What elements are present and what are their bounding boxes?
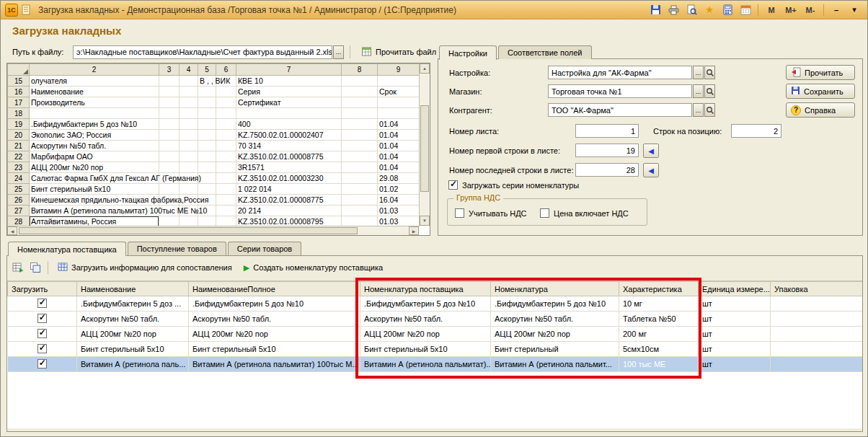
- load-checkbox[interactable]: [37, 329, 47, 338]
- sheet-cell[interactable]: [342, 87, 378, 97]
- sheet-cell[interactable]: [30, 108, 159, 119]
- column-header-fullname[interactable]: НаименованиеПолное: [189, 282, 360, 296]
- vertical-scrollbar[interactable]: ▲ ▼: [419, 63, 430, 226]
- characteristic-cell[interactable]: Таблетка №50: [619, 312, 699, 327]
- scroll-up-icon[interactable]: ▲: [420, 63, 430, 74]
- sheet-cell[interactable]: [216, 97, 236, 108]
- sheet-cell[interactable]: 01.04: [378, 141, 420, 151]
- packaging-cell[interactable]: [771, 312, 863, 327]
- sheet-cell[interactable]: Бинт стерильный 5х10: [30, 184, 159, 195]
- minimize-button[interactable]: –: [828, 3, 845, 17]
- nomenclature-cell[interactable]: АЦЦ 200мг №20 пор: [491, 327, 619, 342]
- sheet-column-header[interactable]: 9: [378, 64, 420, 76]
- rows-per-position-input[interactable]: [731, 124, 781, 138]
- sheet-cell[interactable]: [159, 76, 180, 87]
- fullname-cell[interactable]: АЦЦ 200мг №20 пор: [189, 327, 360, 342]
- sheet-cell[interactable]: Витамин А (ретинола пальмитат) 100тыс МЕ…: [30, 206, 159, 216]
- sheet-cell[interactable]: АЦЦ 200мг №20 пор: [30, 162, 159, 173]
- sheet-cell[interactable]: [342, 141, 378, 151]
- sheet-cell[interactable]: Производитель: [30, 97, 159, 108]
- sheet-cell[interactable]: 29.08: [378, 173, 420, 184]
- sheet-cell[interactable]: Сертификат: [236, 97, 342, 108]
- sheet-cell[interactable]: [198, 162, 216, 173]
- column-header-nomenclature[interactable]: Номенклатура: [491, 282, 619, 296]
- calendar-icon[interactable]: [737, 3, 754, 17]
- packaging-cell[interactable]: [771, 357, 863, 372]
- sheet-cell[interactable]: [378, 108, 420, 119]
- memory-subtract-button[interactable]: M-: [801, 3, 820, 17]
- setting-ellipsis-button[interactable]: ...: [693, 66, 704, 79]
- sheet-cell[interactable]: [216, 141, 236, 151]
- supplier-nomenclature-cell[interactable]: Витамин А (ретинола пальмитат)...: [360, 357, 491, 372]
- fullname-cell[interactable]: Бинт стерильный 5х10: [189, 342, 360, 357]
- column-header-load[interactable]: Загрузить: [8, 282, 77, 296]
- sheet-cell[interactable]: [180, 141, 198, 151]
- sheet-row[interactable]: 25 Бинт стерильный 5х10 1 022 014 01.02: [8, 184, 420, 195]
- sheet-column-header[interactable]: 2: [30, 64, 159, 76]
- column-header-name[interactable]: Наименование: [77, 282, 189, 296]
- sheet-column-header[interactable]: 6: [216, 64, 236, 76]
- sheet-cell[interactable]: [198, 151, 216, 162]
- sheet-cell[interactable]: [342, 108, 378, 119]
- mapping-row[interactable]: .Бифидумбактерин 5 доз ... .Бифидумбакте…: [8, 296, 863, 312]
- sheet-cell[interactable]: [180, 87, 198, 97]
- unit-cell[interactable]: шт: [699, 296, 771, 312]
- sheet-cell[interactable]: Срок: [378, 87, 420, 97]
- sheet-cell[interactable]: [236, 108, 342, 119]
- tab-settings[interactable]: Настройки: [439, 45, 497, 60]
- tab-goods-receipt[interactable]: Поступление товаров: [128, 242, 226, 255]
- sheet-row[interactable]: 23 АЦЦ 200мг №20 пор 3R1571 01.04: [8, 162, 420, 173]
- row-number[interactable]: 26: [8, 195, 30, 206]
- sheet-cell[interactable]: [180, 76, 198, 87]
- supplier-nomenclature-cell[interactable]: .Бифидумбактерин 5 доз №10: [360, 296, 491, 312]
- mapping-row[interactable]: Бинт стерильный 5х10 Бинт стерильный 5х1…: [8, 342, 863, 357]
- load-checkbox-cell[interactable]: [8, 357, 77, 372]
- sheet-cell[interactable]: [198, 141, 216, 151]
- sheet-cell[interactable]: [216, 151, 236, 162]
- memory-store-button[interactable]: M: [762, 3, 781, 17]
- sheet-cell[interactable]: [159, 151, 180, 162]
- sheet-cell[interactable]: Экополис ЗАО; Россия: [30, 130, 159, 141]
- sheet-cell[interactable]: [180, 108, 198, 119]
- mapping-row[interactable]: Витамин А (ретинола паль... Витамин А (р…: [8, 357, 863, 372]
- sheet-column-header[interactable]: 8: [342, 64, 378, 76]
- tab-supplier-nomenclature[interactable]: Номенклатура поставщика: [8, 242, 126, 256]
- first-row-input[interactable]: [575, 144, 639, 157]
- save-icon[interactable]: [647, 3, 664, 17]
- packaging-cell[interactable]: [771, 327, 863, 342]
- supplier-nomenclature-cell[interactable]: Бинт стерильный 5х10: [360, 342, 491, 357]
- sheet-cell[interactable]: 01.04: [378, 162, 420, 173]
- nomenclature-cell[interactable]: .Бифидумбактерин 5 доз №10: [491, 296, 619, 312]
- unit-cell[interactable]: шт: [699, 327, 771, 342]
- sheet-cell[interactable]: .Бифидумбактерин 5 доз №10: [30, 119, 159, 130]
- scroll-right-icon[interactable]: ▶: [409, 226, 419, 235]
- name-cell[interactable]: Витамин А (ретинола паль...: [77, 357, 189, 372]
- name-cell[interactable]: АЦЦ 200мг №20 пор: [77, 327, 189, 342]
- select-all-corner[interactable]: [8, 64, 30, 76]
- sheet-cell[interactable]: [216, 87, 236, 97]
- create-supplier-nomenclature-button[interactable]: ▶ Создать номенклатуру поставщика: [239, 260, 388, 275]
- sheet-cell[interactable]: [342, 173, 378, 184]
- sheet-cell[interactable]: [198, 87, 216, 97]
- sheet-cell[interactable]: [198, 119, 216, 130]
- packaging-cell[interactable]: [771, 342, 863, 357]
- tab-field-mapping[interactable]: Соответствие полей: [498, 45, 592, 59]
- sheet-cell[interactable]: [198, 130, 216, 141]
- row-number[interactable]: 16: [8, 87, 30, 97]
- sheet-row[interactable]: 21 Аскорутин №50 табл. 70 314 01.04: [8, 141, 420, 151]
- sheet-cell[interactable]: 16.04: [378, 195, 420, 206]
- contractor-value[interactable]: ТОО "АК-Фарма": [548, 103, 692, 117]
- sheet-cell[interactable]: [159, 130, 180, 141]
- sheet-cell[interactable]: [216, 108, 236, 119]
- scroll-thumb[interactable]: [19, 227, 358, 234]
- row-number[interactable]: 27: [8, 206, 30, 216]
- name-cell[interactable]: .Бифидумбактерин 5 доз ...: [77, 296, 189, 312]
- sheet-cell[interactable]: [342, 76, 378, 87]
- sheet-cell[interactable]: [216, 195, 236, 206]
- load-checkbox-cell[interactable]: [8, 312, 77, 327]
- sheet-row[interactable]: 15 олучателя В , , ВИК КВЕ 10: [8, 76, 420, 87]
- sheet-cell[interactable]: 01.03: [378, 206, 420, 216]
- sheet-cell[interactable]: [159, 97, 180, 108]
- sheet-cell[interactable]: [378, 76, 420, 87]
- save-settings-button[interactable]: Сохранить: [786, 84, 855, 99]
